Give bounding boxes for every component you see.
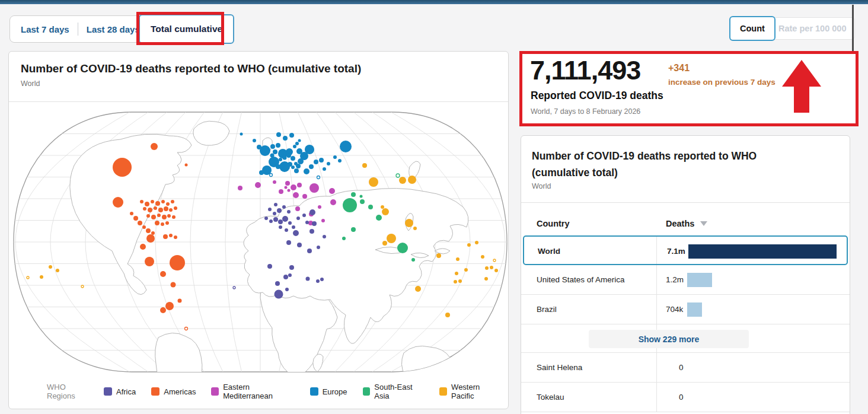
map-bubble-eastern-mediterranean[interactable] [295, 206, 300, 211]
map-bubble-americas[interactable] [130, 212, 133, 215]
map-bubble-eastern-mediterranean[interactable] [291, 184, 296, 190]
map-bubble-south-east-asia[interactable] [396, 174, 400, 177]
map-bubble-western-pacific[interactable] [484, 277, 488, 281]
map-bubble-africa[interactable] [273, 212, 276, 215]
map-bubble-europe[interactable] [338, 159, 342, 163]
map-bubble-africa[interactable] [293, 230, 299, 236]
map-bubble-americas[interactable] [145, 202, 149, 206]
map-bubble-africa[interactable] [275, 290, 283, 299]
map-bubble-africa[interactable] [292, 225, 295, 229]
table-row[interactable]: Brazil704k [521, 295, 850, 324]
map-bubble-africa[interactable] [264, 216, 268, 220]
map-bubble-eastern-mediterranean[interactable] [329, 188, 335, 194]
map-bubble-americas[interactable] [160, 271, 166, 277]
map-bubble-africa[interactable] [305, 221, 309, 224]
map-bubble-south-east-asia[interactable] [368, 205, 373, 209]
map-bubble-africa[interactable] [286, 240, 291, 245]
map-bubble-africa[interactable] [267, 264, 272, 269]
map-bubble-americas[interactable] [166, 202, 170, 206]
map-bubble-western-pacific[interactable] [481, 255, 484, 259]
map-bubble-europe[interactable] [283, 136, 288, 141]
world-bubble-map[interactable] [9, 105, 509, 379]
map-bubble-africa[interactable] [288, 221, 292, 225]
map-bubble-europe[interactable] [288, 162, 292, 167]
map-bubble-eastern-mediterranean[interactable] [293, 192, 299, 198]
map-bubble-europe[interactable] [304, 168, 309, 174]
table-row[interactable]: United States of America1.2m [521, 265, 850, 295]
map-bubble-south-east-asia[interactable] [342, 237, 346, 240]
map-bubble-americas[interactable] [151, 215, 156, 219]
map-bubble-western-pacific[interactable] [415, 286, 421, 292]
map-bubble-western-pacific[interactable] [381, 205, 384, 209]
map-bubble-europe[interactable] [253, 139, 256, 142]
map-bubble-europe[interactable] [317, 176, 320, 179]
map-bubble-europe[interactable] [293, 145, 296, 148]
map-bubble-americas[interactable] [140, 244, 146, 250]
map-bubble-western-pacific[interactable] [56, 269, 59, 272]
map-bubble-africa[interactable] [302, 214, 306, 217]
count-toggle-button[interactable]: Count [729, 16, 776, 41]
map-bubble-americas[interactable] [169, 234, 173, 237]
map-bubble-europe[interactable] [270, 174, 273, 177]
map-bubble-eastern-mediterranean[interactable] [309, 183, 319, 193]
map-bubble-europe[interactable] [298, 139, 301, 142]
map-bubble-western-pacific[interactable] [405, 219, 413, 227]
map-bubble-americas[interactable] [138, 221, 142, 225]
map-bubble-europe[interactable] [291, 165, 295, 169]
map-bubble-americas[interactable] [169, 208, 173, 212]
map-bubble-europe[interactable] [276, 132, 281, 137]
map-bubble-eastern-mediterranean[interactable] [238, 186, 242, 190]
map-bubble-americas[interactable] [160, 307, 166, 313]
map-bubble-africa[interactable] [307, 249, 312, 253]
map-bubble-south-east-asia[interactable] [411, 258, 415, 262]
map-bubble-south-east-asia[interactable] [360, 199, 365, 204]
map-bubble-americas[interactable] [170, 255, 185, 270]
map-bubble-americas[interactable] [148, 208, 152, 212]
map-bubble-americas[interactable] [146, 234, 155, 243]
map-bubble-south-east-asia[interactable] [376, 215, 382, 221]
map-bubble-western-pacific[interactable] [413, 227, 417, 230]
map-bubble-africa[interactable] [275, 281, 280, 286]
map-bubble-south-east-asia[interactable] [343, 198, 357, 212]
map-bubble-western-pacific[interactable] [369, 177, 378, 187]
map-bubble-americas[interactable] [163, 234, 168, 239]
map-bubble-europe[interactable] [279, 158, 282, 161]
map-bubble-africa[interactable] [269, 219, 273, 223]
map-bubble-europe[interactable] [283, 156, 287, 160]
map-bubble-africa[interactable] [320, 278, 324, 281]
map-bubble-americas[interactable] [155, 221, 159, 225]
map-bubble-africa[interactable] [316, 279, 320, 283]
map-bubble-eastern-mediterranean[interactable] [255, 182, 261, 188]
map-bubble-western-pacific[interactable] [408, 176, 416, 184]
map-bubble-africa[interactable] [279, 225, 282, 229]
map-bubble-south-east-asia[interactable] [351, 227, 356, 232]
map-bubble-europe[interactable] [260, 145, 270, 156]
map-bubble-western-pacific[interactable] [49, 265, 52, 269]
map-bubble-eastern-mediterranean[interactable] [273, 180, 276, 184]
map-bubble-europe[interactable] [294, 168, 299, 173]
map-bubble-africa[interactable] [285, 228, 288, 232]
map-bubble-africa[interactable] [317, 246, 320, 249]
map-bubble-americas[interactable] [140, 200, 143, 203]
map-bubble-europe[interactable] [289, 133, 294, 138]
map-bubble-africa[interactable] [278, 219, 283, 224]
map-bubble-europe[interactable] [296, 164, 301, 168]
map-bubble-americas[interactable] [151, 231, 155, 235]
map-bubble-americas[interactable] [158, 208, 163, 212]
map-bubble-africa[interactable] [283, 275, 288, 279]
map-bubble-western-pacific[interactable] [445, 313, 450, 317]
tab-last-7-days[interactable]: Last 7 days [12, 24, 78, 34]
map-bubble-americas[interactable] [146, 228, 151, 233]
map-bubble-americas[interactable] [113, 197, 123, 208]
sort-descending-icon[interactable] [700, 221, 707, 226]
map-bubble-americas[interactable] [113, 158, 132, 177]
map-bubble-europe[interactable] [276, 143, 280, 148]
map-bubble-africa[interactable] [323, 235, 326, 238]
map-bubble-africa[interactable] [309, 229, 314, 234]
map-bubble-south-east-asia[interactable] [360, 195, 363, 198]
map-bubble-africa[interactable] [309, 209, 315, 215]
map-bubble-eastern-mediterranean[interactable] [297, 183, 302, 187]
map-bubble-africa[interactable] [312, 221, 317, 226]
map-bubble-western-pacific[interactable] [493, 259, 496, 262]
map-bubble-eastern-mediterranean[interactable] [285, 186, 288, 189]
